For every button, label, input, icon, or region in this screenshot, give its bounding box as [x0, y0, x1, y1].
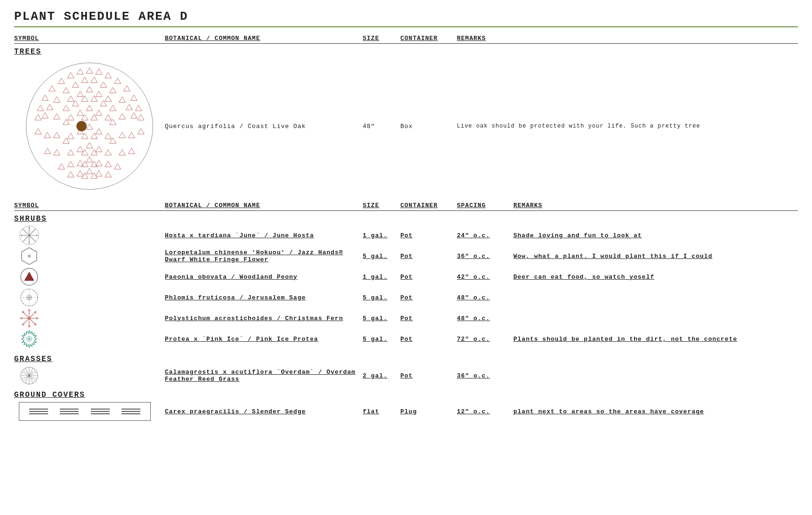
shrub-5-size: 5 gal.: [363, 315, 400, 322]
shrub-symbol-6: [14, 329, 165, 349]
shrub-2-remarks: Wow, what a plant. I would plant this if…: [513, 253, 798, 260]
svg-marker-11: [100, 82, 107, 88]
svg-marker-59: [35, 129, 41, 134]
groundcover-1-spacing: 12" o.c.: [457, 408, 513, 415]
svg-marker-67: [105, 150, 112, 155]
shrub-5-name: Polystichum acrostichoides / Christmas F…: [165, 315, 363, 322]
shrub-6-remarks: Plants should be planted in the dirt, no…: [513, 336, 798, 343]
shrub-symbol-3: [14, 266, 165, 287]
shrub-1-spacing: 24" o.c.: [457, 232, 513, 239]
shrub-1-name: Hosta x tardiana `June` / June Hosta: [165, 232, 363, 239]
svg-point-108: [29, 256, 30, 257]
svg-marker-84: [86, 168, 93, 174]
svg-line-101: [31, 237, 32, 238]
groundcover-1-remarks: plant next to areas so the areas have co…: [513, 408, 798, 415]
tree-circle: [26, 63, 153, 190]
shrub-symbol-5: [14, 308, 165, 329]
svg-marker-22: [119, 97, 126, 102]
svg-marker-4: [67, 72, 74, 78]
tree-row-name: Quercus agrifolia / Coast Live Oak: [165, 123, 363, 130]
svg-marker-81: [58, 163, 65, 169]
svg-marker-3: [105, 72, 112, 78]
svg-marker-13: [110, 88, 116, 93]
trees-header-row: SYMBOL BOTANICAL / COMMON NAME SIZE CONT…: [14, 35, 798, 44]
tree-row-remarks: Live oak should be protected with your l…: [457, 123, 798, 129]
svg-marker-1: [96, 69, 102, 74]
shrub-4-container: Pot: [400, 294, 457, 301]
svg-marker-32: [110, 105, 116, 111]
svg-marker-57: [44, 132, 51, 138]
svg-marker-69: [119, 150, 126, 155]
svg-marker-36: [77, 110, 83, 115]
grass-symbol-1: [14, 365, 165, 386]
svg-line-143: [29, 370, 35, 376]
shrubs-label: SHRUBS: [14, 215, 798, 223]
svg-marker-44: [35, 114, 41, 120]
svg-marker-79: [67, 161, 74, 167]
groundcover-1-name: Carex praegracilis / Slender Sedge: [165, 408, 363, 415]
svg-marker-65: [96, 146, 102, 152]
svg-marker-58: [138, 129, 144, 134]
groundcovers-label: GROUND COVERS: [14, 391, 798, 399]
shrub-4-size: 5 gal.: [363, 294, 400, 301]
svg-marker-9: [91, 77, 97, 83]
shrubs-header-spacing: SPACING: [457, 202, 513, 209]
shrub-1-size: 1 gal.: [363, 232, 400, 239]
svg-marker-54: [119, 132, 126, 138]
svg-marker-49: [86, 124, 93, 129]
svg-marker-85: [96, 170, 102, 176]
shrub-2-container: Pot: [400, 253, 457, 260]
shrub-2-size: 5 gal.: [363, 253, 400, 260]
svg-marker-14: [63, 88, 69, 93]
svg-marker-6: [58, 78, 65, 84]
trees-header-size: SIZE: [363, 35, 400, 42]
svg-marker-26: [126, 104, 132, 110]
svg-marker-38: [67, 114, 74, 120]
groundcover-1-container: Plug: [400, 408, 457, 415]
table-row: Phlomis fruticosa / Jerusalem Sage 5 gal…: [14, 287, 798, 308]
shrub-3-container: Pot: [400, 274, 457, 281]
shrubs-header-symbol: SYMBOL: [14, 202, 165, 209]
groundcovers-data-section: Carex praegracilis / Slender Sedge flat …: [14, 401, 798, 422]
ground-cover-pattern: [19, 402, 151, 421]
svg-marker-19: [77, 91, 83, 97]
shrubs-header-size: SIZE: [363, 202, 400, 209]
svg-marker-70: [54, 150, 60, 155]
svg-marker-71: [128, 148, 135, 154]
svg-marker-72: [44, 148, 51, 154]
shrubs-header-row: SYMBOL BOTANICAL / COMMON NAME SIZE CONT…: [14, 202, 798, 211]
svg-marker-27: [47, 104, 53, 110]
svg-marker-33: [63, 105, 69, 111]
svg-point-104: [21, 235, 23, 236]
trees-header-symbol: SYMBOL: [14, 35, 165, 42]
shrub-2-spacing: 36" o.c.: [457, 253, 513, 260]
shrub-3-size: 1 gal.: [363, 274, 400, 281]
shrub-2-name: Loropetalum chinense 'Hokuou' / Jazz Han…: [165, 249, 363, 263]
shrub-1-remarks: Shade loving and fun to look at: [513, 232, 798, 239]
svg-marker-23: [54, 97, 60, 102]
svg-marker-5: [114, 78, 121, 84]
grasses-data-section: Calamagrostis x acutiflora `Overdam` / O…: [14, 365, 798, 386]
svg-line-98: [26, 233, 28, 234]
svg-marker-88: [67, 171, 74, 177]
svg-marker-55: [54, 132, 60, 138]
shrubs-data-section: Hosta x tardiana `June` / June Hosta 1 g…: [14, 225, 798, 349]
grass-1-spacing: 36" o.c.: [457, 372, 513, 379]
shrub-4-name: Phlomis fruticosa / Jerusalem Sage: [165, 294, 363, 301]
table-row: Carex praegracilis / Slender Sedge flat …: [14, 401, 798, 422]
table-row: Polystichum acrostichoides / Christmas F…: [14, 308, 798, 329]
table-row: Paeonia obovata / Woodland Peony 1 gal. …: [14, 266, 798, 287]
svg-point-134: [28, 338, 30, 340]
svg-marker-39: [119, 113, 126, 119]
grass-1-container: Pot: [400, 372, 457, 379]
svg-marker-24: [135, 105, 142, 111]
groundcover-symbol-1: [14, 401, 165, 422]
svg-marker-35: [96, 110, 102, 115]
svg-marker-50: [96, 129, 102, 134]
svg-line-144: [23, 376, 29, 382]
svg-marker-17: [86, 87, 93, 92]
svg-marker-53: [67, 133, 74, 139]
svg-marker-68: [67, 150, 74, 155]
shrub-6-size: 5 gal.: [363, 336, 400, 343]
svg-marker-80: [114, 163, 121, 169]
